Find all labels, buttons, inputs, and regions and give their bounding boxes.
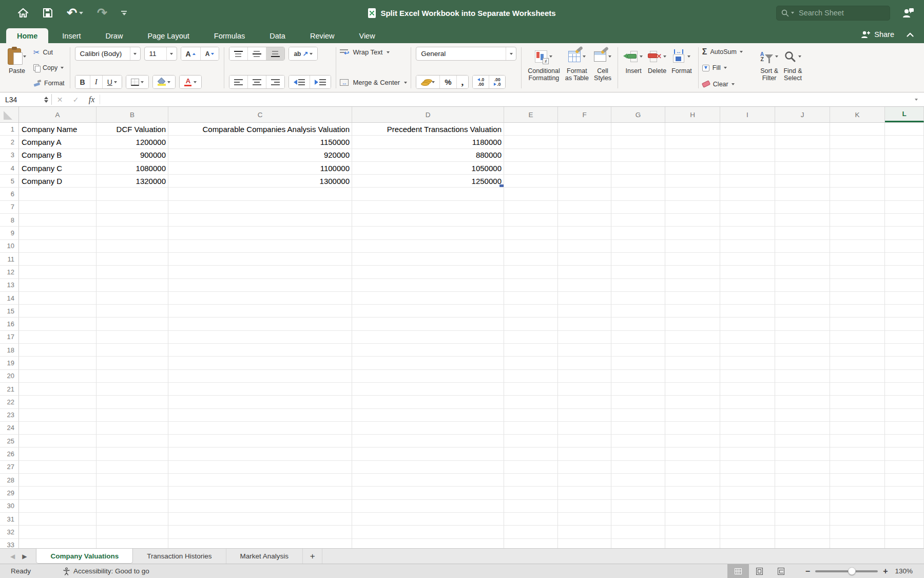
cell-h22[interactable] <box>665 396 720 408</box>
cell-j19[interactable] <box>775 357 830 369</box>
number-format-select[interactable]: General <box>416 47 516 61</box>
cell-e21[interactable] <box>504 383 558 396</box>
cell-g32[interactable] <box>611 526 665 538</box>
cell-k20[interactable] <box>830 370 885 383</box>
cell-d10[interactable] <box>352 240 504 253</box>
cell-a18[interactable] <box>19 344 97 357</box>
increase-indent-button[interactable] <box>310 76 331 88</box>
cell-l16[interactable] <box>885 318 924 330</box>
cell-f7[interactable] <box>558 201 611 214</box>
row-number[interactable]: 17 <box>0 331 19 344</box>
cell-i15[interactable] <box>720 305 775 318</box>
cell-b10[interactable] <box>97 240 168 253</box>
cell-i11[interactable] <box>720 253 775 266</box>
cell-d33[interactable] <box>352 539 504 549</box>
cell-f13[interactable] <box>558 279 611 292</box>
row-number[interactable]: 13 <box>0 279 19 292</box>
row-number[interactable]: 21 <box>0 383 19 396</box>
cell-l24[interactable] <box>885 422 924 435</box>
cell-h26[interactable] <box>665 448 720 460</box>
cell-d16[interactable] <box>352 318 504 330</box>
cell-e20[interactable] <box>504 370 558 383</box>
cell-k2[interactable] <box>830 136 885 148</box>
cell-i17[interactable] <box>720 331 775 344</box>
cell-g6[interactable] <box>611 188 665 200</box>
cell-l23[interactable] <box>885 409 924 422</box>
cell-j18[interactable] <box>775 344 830 357</box>
cell-f28[interactable] <box>558 474 611 487</box>
cell-j31[interactable] <box>775 513 830 526</box>
cell-a3[interactable]: Company B <box>19 149 97 162</box>
cell-b18[interactable] <box>97 344 168 357</box>
cell-d14[interactable] <box>352 292 504 305</box>
cell-k27[interactable] <box>830 461 885 474</box>
cell-c2[interactable]: 1150000 <box>168 136 352 148</box>
sheet-search[interactable] <box>776 6 890 21</box>
cell-d32[interactable] <box>352 526 504 538</box>
view-normal-button[interactable] <box>727 564 749 578</box>
cell-c5[interactable]: 1300000 <box>168 175 352 188</box>
row-number[interactable]: 9 <box>0 227 19 239</box>
cell-d24[interactable] <box>352 422 504 435</box>
row-number[interactable]: 27 <box>0 461 19 474</box>
row-number[interactable]: 14 <box>0 292 19 305</box>
home-icon[interactable] <box>17 6 29 20</box>
row-number[interactable]: 28 <box>0 474 19 487</box>
cell-f22[interactable] <box>558 396 611 408</box>
zoom-slider[interactable] <box>815 567 878 575</box>
cell-g17[interactable] <box>611 331 665 344</box>
cell-g19[interactable] <box>611 357 665 369</box>
cell-i3[interactable] <box>720 149 775 162</box>
cell-d9[interactable] <box>352 227 504 239</box>
cell-j22[interactable] <box>775 396 830 408</box>
cell-e5[interactable] <box>504 175 558 188</box>
cell-g21[interactable] <box>611 383 665 396</box>
cell-i33[interactable] <box>720 539 775 549</box>
cell-g11[interactable] <box>611 253 665 266</box>
cell-k3[interactable] <box>830 149 885 162</box>
cell-a25[interactable] <box>19 435 97 448</box>
cell-c17[interactable] <box>168 331 352 344</box>
row-number[interactable]: 23 <box>0 409 19 422</box>
cell-l19[interactable] <box>885 357 924 369</box>
cell-a13[interactable] <box>19 279 97 292</box>
cell-h29[interactable] <box>665 487 720 499</box>
cell-h30[interactable] <box>665 500 720 513</box>
cell-c27[interactable] <box>168 461 352 474</box>
cell-c14[interactable] <box>168 292 352 305</box>
cell-b17[interactable] <box>97 331 168 344</box>
cell-c21[interactable] <box>168 383 352 396</box>
cell-i13[interactable] <box>720 279 775 292</box>
cell-e28[interactable] <box>504 474 558 487</box>
cell-l26[interactable] <box>885 448 924 460</box>
redo-button[interactable]: ↷ <box>97 6 107 20</box>
cell-e25[interactable] <box>504 435 558 448</box>
cell-e33[interactable] <box>504 539 558 549</box>
cell-c28[interactable] <box>168 474 352 487</box>
increase-decimal-button[interactable]: .0.00 <box>473 76 489 88</box>
borders-button[interactable] <box>126 76 148 88</box>
cell-a11[interactable] <box>19 253 97 266</box>
cell-b33[interactable] <box>97 539 168 549</box>
cell-h3[interactable] <box>665 149 720 162</box>
cell-f9[interactable] <box>558 227 611 239</box>
cell-b21[interactable] <box>97 383 168 396</box>
underline-button[interactable]: U <box>102 76 122 88</box>
cell-a31[interactable] <box>19 513 97 526</box>
cell-c31[interactable] <box>168 513 352 526</box>
cell-b23[interactable] <box>97 409 168 422</box>
cell-k21[interactable] <box>830 383 885 396</box>
cell-j13[interactable] <box>775 279 830 292</box>
cell-b29[interactable] <box>97 487 168 499</box>
row-number[interactable]: 19 <box>0 357 19 369</box>
row-number[interactable]: 31 <box>0 513 19 526</box>
cell-c20[interactable] <box>168 370 352 383</box>
fill-color-button[interactable] <box>153 76 175 88</box>
merge-center-button[interactable]: ↔ Merge & Center <box>340 79 407 86</box>
cell-f26[interactable] <box>558 448 611 460</box>
cell-b19[interactable] <box>97 357 168 369</box>
cell-h7[interactable] <box>665 201 720 214</box>
cell-e13[interactable] <box>504 279 558 292</box>
cell-b25[interactable] <box>97 435 168 448</box>
cell-h27[interactable] <box>665 461 720 474</box>
